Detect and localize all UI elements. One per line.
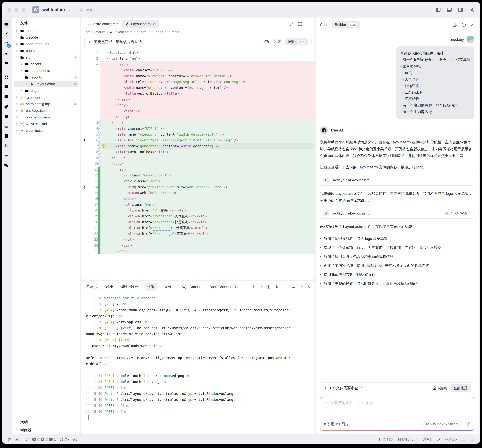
activity-bug[interactable] [2, 49, 10, 57]
activity-search-scan[interactable] [2, 30, 10, 38]
quote-button[interactable]: #引用 [324, 422, 334, 426]
code-line-19[interactable]: 19<li><a href="/weather">天气查询</a></li> [81, 213, 314, 219]
breadcrumb[interactable]: src/layouts/Layout.astro/html/head/meta [81, 29, 314, 35]
code-line-5[interactable]: 5<meta name="viewport" content="width=de… [81, 132, 314, 137]
language-mode[interactable]: {}Astro [445, 438, 457, 441]
eol[interactable]: LF [436, 438, 440, 441]
code-line-del[interactable]: <body> [81, 102, 314, 108]
code-line-15[interactable]: 15<span>Web Toolbox</span> [81, 190, 314, 196]
code-line-22[interactable]: 22<li><a href="/exchange">汇率转换</a></li> [81, 231, 314, 237]
breadcrumb-Layout.astro[interactable]: Layout.astro [110, 30, 132, 34]
editor-tab-Layout.astro[interactable]: Layout.astro✕ [122, 20, 159, 28]
tree-item-assets[interactable]: assets [14, 61, 79, 67]
tree-item-.gitignore[interactable]: .gitignore [14, 94, 79, 101]
tab-builder[interactable]: Builder Beta [332, 21, 360, 28]
window-minimize-button[interactable] [14, 8, 18, 12]
account-icon[interactable] [469, 7, 475, 13]
cursor-position[interactable]: 行 7, 列 5 [379, 437, 393, 442]
terminal-tab-SQL Console[interactable]: SQL Console [181, 283, 203, 290]
code-line-del[interactable]: <meta name="generator" content={Astro.ge… [81, 85, 314, 91]
code-line-25[interactable]: 25</nav> [81, 248, 314, 254]
tree-item-README.md[interactable]: ?README.md [14, 121, 79, 127]
chevron-right-icon[interactable] [15, 49, 18, 52]
code-line-del[interactable]: </head> [81, 96, 314, 102]
activity-rows[interactable] [2, 93, 10, 101]
code-line-del[interactable]: <title>Astro Basics</title> [81, 91, 314, 96]
tree-item-public[interactable]: public [14, 47, 79, 54]
chevron-down-icon[interactable] [16, 22, 19, 25]
file-edit-card[interactable]: src/layouts/Layout.astro +104 -3 审查 [320, 208, 474, 219]
activity-globe[interactable] [2, 112, 10, 120]
code-line-21[interactable]: 21<li><a href="/qrcode">二维码工具</a></li> [81, 225, 314, 231]
chevron-right-icon[interactable] [15, 43, 18, 46]
chevron-right-icon[interactable] [20, 63, 23, 66]
reject-all-button[interactable]: 全部拒绝 [433, 386, 447, 391]
kill-terminal-icon[interactable] [274, 285, 279, 289]
reject-button[interactable]: 拒绝⌘⌫ [263, 39, 283, 44]
review-link[interactable]: 审查 [460, 211, 471, 216]
model-selector[interactable]: Claude-3.5-Sonnet [423, 421, 461, 427]
chevron-down-icon[interactable] [15, 56, 18, 59]
code-line-18[interactable]: 18<li><a href="/">首页</a></li> [81, 207, 314, 213]
tab-size[interactable]: 制表符长度: 4 [398, 437, 418, 442]
git-branch-indicator[interactable]: main* [7, 438, 21, 441]
project-name[interactable]: webtoolbox [42, 7, 66, 12]
editor-tab-astro.config.mjs[interactable]: JSastro.config.mjs [85, 20, 121, 28]
code-line-20[interactable]: 20<li><a href="/express">快递查询</a></li> [81, 219, 314, 225]
breadcrumb-html[interactable]: html [137, 30, 147, 34]
tree-item-src[interactable]: src [14, 54, 79, 61]
terminal-dropdown-icon[interactable] [259, 285, 262, 288]
close-icon[interactable] [470, 23, 474, 27]
code-line-del[interactable]: <slot /> [81, 108, 314, 114]
problems-indicator[interactable]: ✕0 !0 i1 [32, 438, 56, 441]
code-line-23[interactable]: 23</ul> [81, 237, 314, 243]
tree-item-pages[interactable]: pages [14, 87, 79, 94]
feedback-icon[interactable] [462, 437, 466, 441]
notifications-icon[interactable] [471, 437, 475, 441]
encoding[interactable]: UTF-8 [422, 438, 432, 441]
activity-grid[interactable] [2, 73, 10, 81]
file-read-card[interactable]: src/layouts/Layout.astro [320, 175, 474, 186]
split-terminal-icon[interactable] [266, 284, 271, 289]
global-search[interactable]: 搜索 [79, 7, 93, 13]
tree-item-node_modules[interactable]: node_modules [14, 41, 79, 47]
tab-chat[interactable]: Chat [320, 23, 328, 27]
code-line-—[interactable]: —<head> [81, 61, 314, 67]
code-editor[interactable]: 1<!doctype html>2<html lang="en">—<head>… [81, 48, 314, 280]
code-line-11[interactable]: 11<nav> [81, 166, 314, 172]
tree-item-Layout.astro[interactable]: Layout.astroM [14, 81, 79, 87]
breadcrumb-src[interactable]: src [86, 30, 90, 34]
code-line-del[interactable]: <meta charset="UTF-8" /> [81, 67, 314, 73]
tree-item-astro.config.mjs[interactable]: JSastro.config.mjsM [14, 101, 79, 107]
new-chat-icon[interactable] [452, 22, 457, 27]
activity-candy[interactable] [2, 152, 10, 159]
history-icon[interactable] [461, 22, 466, 27]
terminal-tab-问题[interactable]: 问题1 [85, 283, 100, 291]
code-line-3[interactable]: 3<head> [81, 120, 314, 126]
code-line-8[interactable]: 8<title>Web Toolbox</title> [81, 149, 314, 155]
accept-all-button[interactable]: 全部接受 [450, 384, 471, 392]
diff-icon[interactable] [289, 22, 294, 26]
activity-pause[interactable] [2, 142, 10, 150]
more-icon[interactable]: ⋯ [283, 284, 287, 289]
activity-windows[interactable] [2, 103, 10, 110]
toggle-bottom-panel-icon[interactable] [447, 7, 452, 13]
chevron-right-icon[interactable] [15, 36, 18, 39]
code-line-9[interactable]: 9</head> [81, 155, 314, 161]
activity-docker[interactable] [2, 122, 10, 130]
tree-item-tsconfig.json[interactable]: tsconfig.json [14, 127, 79, 134]
terminal-tab-调试控制台[interactable]: 调试控制台 [120, 283, 139, 291]
send-icon[interactable] [465, 421, 470, 426]
sync-icon[interactable] [24, 438, 28, 441]
filter-icon[interactable] [72, 21, 77, 25]
activity-git-branch[interactable]: 2 [2, 40, 10, 47]
activity-files[interactable] [2, 20, 10, 28]
activity-database[interactable] [2, 132, 10, 140]
outline-section[interactable]: 大纲 [12, 418, 80, 426]
code-line-17[interactable]: 17<ul class="menu"> [81, 202, 314, 207]
breadcrumb-layouts[interactable]: layouts [95, 30, 105, 34]
window-close-button[interactable] [7, 8, 11, 12]
window-zoom-button[interactable] [22, 8, 25, 12]
code-line-6[interactable]: 6<link rel="icon" type="image/svg+xml" h… [81, 137, 314, 143]
code-line-7[interactable]: 7<meta name="generator" content={Astro.g… [81, 143, 314, 149]
